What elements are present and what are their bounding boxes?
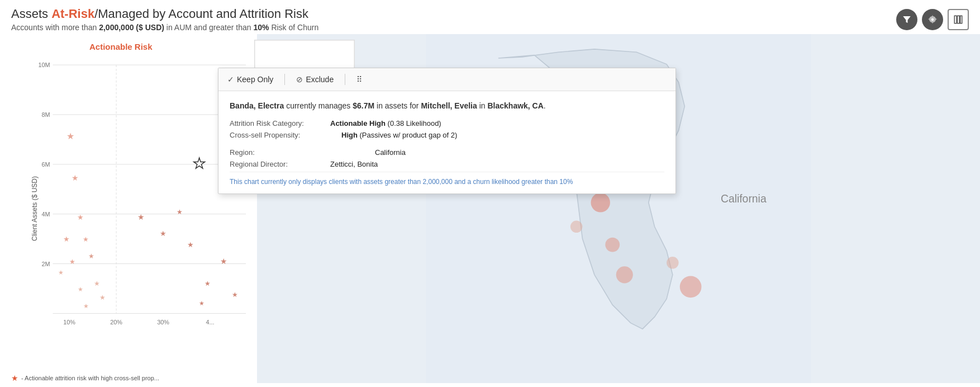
svg-text:★: ★ [83, 235, 89, 243]
region-value: California [375, 148, 406, 157]
svg-text:★: ★ [177, 208, 183, 216]
svg-text:★: ★ [78, 286, 83, 292]
svg-text:6M: 6M [41, 161, 50, 168]
crosssell-value: High [341, 131, 358, 139]
main-text-5: . [544, 101, 546, 110]
svg-text:4...: 4... [206, 319, 214, 325]
crosssell-row: Cross-sell Propensity: High (Passives w/… [230, 131, 664, 139]
client-name: Mitchell, Evelia [421, 101, 477, 110]
director-value: Zetticci, Bonita [330, 160, 378, 168]
tooltip-main-description: Banda, Electra currently manages $6.7M i… [230, 101, 664, 110]
tooltip-toolbar: ✓ Keep Only ⊘ Exclude ⠿ [218, 68, 675, 91]
subtitle-middle: in AUM and greater than [164, 23, 254, 32]
svg-text:2M: 2M [41, 261, 50, 267]
svg-rect-1 [954, 16, 957, 23]
svg-text:★: ★ [204, 280, 211, 287]
toolbar-divider-2 [345, 74, 345, 85]
keep-only-button[interactable]: ✓ Keep Only [227, 75, 273, 84]
grid-button[interactable]: ⠿ [356, 75, 362, 84]
svg-text:30%: 30% [157, 319, 169, 325]
svg-point-60 [570, 221, 583, 233]
page-title: Assets At-Risk/Managed by Account and At… [11, 7, 318, 21]
svg-text:★: ★ [83, 303, 89, 309]
svg-point-59 [605, 238, 620, 252]
legend-text: - Actionable attrition risk with high cr… [21, 375, 159, 381]
filter-button[interactable] [896, 9, 917, 30]
detail-spacer [230, 143, 664, 148]
toolbar-divider-1 [284, 74, 285, 85]
svg-rect-3 [960, 16, 962, 23]
chart-legend: ★ - Actionable attrition risk with high … [11, 374, 159, 383]
advisor-name: Banda, Electra [230, 101, 284, 110]
toolbar-icons [896, 9, 969, 30]
svg-text:★: ★ [137, 213, 145, 221]
director-row: Regional Director: Zetticci, Bonita [230, 160, 664, 168]
title-prefix: Assets [11, 7, 51, 21]
grid-icon: ⠿ [356, 75, 362, 84]
tooltip-body: Banda, Electra currently manages $6.7M i… [218, 91, 675, 194]
asset-amount: $6.7M [353, 101, 374, 110]
title-suffix: /Managed by Account and Attrition Risk [94, 7, 308, 21]
columns-button[interactable] [948, 9, 969, 30]
svg-text:8M: 8M [41, 111, 50, 118]
svg-text:4M: 4M [41, 211, 50, 218]
exclude-icon: ⊘ [296, 75, 303, 84]
page-header: Assets At-Risk/Managed by Account and At… [0, 0, 980, 34]
title-at-risk: At-Risk [51, 7, 94, 21]
main-text-3: in assets for [374, 101, 421, 110]
crosssell-label: Cross-sell Propensity: [230, 131, 330, 139]
svg-text:★: ★ [187, 240, 194, 249]
svg-text:★: ★ [232, 291, 238, 299]
attrition-row: Attrition Risk Category: Actionable High… [230, 119, 664, 128]
svg-text:★: ★ [72, 173, 79, 182]
svg-text:★: ★ [99, 294, 106, 301]
svg-text:★: ★ [69, 258, 75, 266]
region-row: Region: California [230, 148, 664, 157]
svg-point-62 [667, 257, 679, 269]
svg-point-58 [591, 193, 610, 212]
svg-text:★: ★ [193, 155, 206, 171]
subtitle-prefix: Accounts with more than [11, 23, 99, 32]
header-left: Assets At-Risk/Managed by Account and At… [11, 7, 318, 32]
svg-text:★: ★ [66, 131, 74, 141]
svg-text:10M: 10M [38, 62, 50, 68]
columns-icon [953, 15, 963, 25]
settings-button[interactable] [922, 9, 943, 30]
subtitle-suffix: Risk of Churn [269, 23, 319, 32]
svg-text:★: ★ [88, 252, 94, 260]
attrition-value: Actionable High [330, 119, 386, 128]
attrition-label: Attrition Risk Category: [230, 119, 330, 128]
tooltip-footer-text: This chart currently only displays clien… [230, 172, 664, 186]
location: Blackhawk, CA [487, 101, 543, 110]
svg-text:★: ★ [220, 257, 227, 266]
svg-rect-2 [958, 16, 960, 23]
y-axis-label: Client Assets ($ USD) [31, 176, 39, 241]
svg-text:★: ★ [199, 300, 204, 306]
actionable-risk-label: Actionable Risk [89, 42, 153, 51]
svg-text:★: ★ [77, 213, 84, 221]
keep-only-label: Keep Only [237, 75, 273, 84]
director-label: Regional Director: [230, 160, 330, 168]
main-text-4: in [477, 101, 488, 110]
svg-text:California: California [721, 192, 767, 205]
subtitle-aum: 2,000,000 ($ USD) [99, 23, 164, 32]
main-text-2: currently manages [284, 101, 353, 110]
exclude-button[interactable]: ⊘ Exclude [296, 75, 334, 84]
svg-text:20%: 20% [110, 319, 122, 325]
main-content: Client Assets ($ USD) Actionable Risk 10… [0, 34, 980, 383]
legend-star: ★ [11, 374, 18, 383]
data-tooltip: ✓ Keep Only ⊘ Exclude ⠿ Banda, Electra c… [218, 68, 676, 194]
svg-point-63 [680, 276, 702, 298]
subtitle-pct: 10% [253, 23, 269, 32]
svg-text:★: ★ [63, 235, 70, 243]
settings-icon [927, 15, 938, 25]
svg-text:★: ★ [160, 229, 166, 238]
checkmark-icon: ✓ [227, 75, 234, 84]
exclude-label: Exclude [306, 75, 334, 84]
crosssell-detail: (Passives w/ product gap of 2) [360, 131, 458, 139]
svg-text:10%: 10% [63, 319, 75, 325]
svg-text:★: ★ [94, 280, 100, 287]
attrition-likelihood: (0.38 Likelihood) [388, 119, 441, 128]
svg-text:★: ★ [58, 269, 64, 276]
region-label: Region: [230, 148, 330, 157]
